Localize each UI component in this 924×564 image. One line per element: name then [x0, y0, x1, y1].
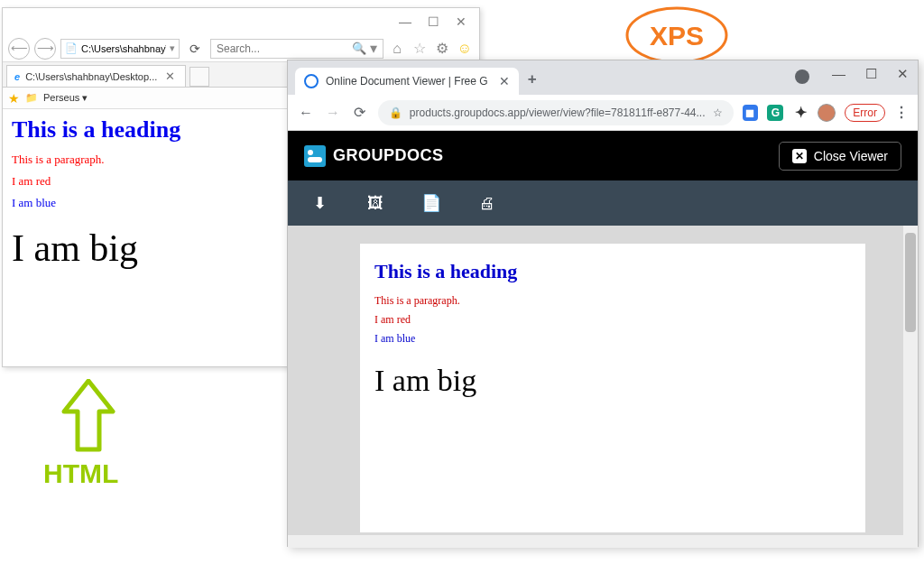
ie-tab-title: C:\Users\shahbnay\Desktop... [25, 71, 157, 82]
horizontal-scrollbar[interactable] [288, 535, 903, 548]
download-icon[interactable]: ⬇ [310, 193, 329, 213]
chrome-reload-button[interactable]: ⟳ [351, 104, 369, 121]
ie-forward-button[interactable]: ⟶ [34, 38, 56, 60]
groupdocs-toolbar: ⬇ 🖼 📄 🖨 [288, 180, 918, 226]
print-icon[interactable]: 🖨 [477, 194, 497, 213]
groupdocs-header: GROUPDOCS ✕ Close Viewer [288, 131, 918, 180]
ie-tab-close-icon[interactable]: ✕ [162, 69, 178, 83]
chrome-sync-error-badge[interactable]: Error [845, 104, 885, 122]
ie-address-dropdown-icon[interactable]: ▾ [170, 42, 175, 54]
rendered-red-text: I am red [374, 313, 851, 327]
chrome-profile-avatar[interactable] [818, 104, 836, 122]
ie-favorite-item[interactable]: Perseus ▾ [43, 92, 88, 104]
chrome-window-controls: — ☐ ✕ [832, 66, 909, 82]
chrome-menu-icon[interactable]: ⋮ [894, 104, 909, 121]
ie-gear-icon[interactable]: ⚙ [433, 40, 451, 57]
chrome-url-text: products.groupdocs.app/viewer/view?file=… [410, 106, 706, 119]
chrome-omnibox[interactable]: 🔒 products.groupdocs.app/viewer/view?fil… [378, 100, 734, 125]
ie-favbar-folder-icon[interactable]: 📁 [25, 92, 38, 104]
html-arrow-icon [59, 379, 118, 460]
html-label: HTML [43, 458, 118, 489]
chrome-close-icon[interactable]: ✕ [897, 66, 909, 82]
lock-icon: 🔒 [389, 106, 402, 119]
vertical-scroll-thumb[interactable] [905, 233, 916, 332]
chrome-tab-strip: Online Document Viewer | Free G ✕ + — ☐ … [288, 60, 918, 95]
ie-search-dropdown-icon[interactable]: ▾ [366, 40, 377, 57]
chrome-tab-close-icon[interactable]: ✕ [495, 74, 510, 88]
ie-search-input[interactable] [217, 42, 352, 55]
ie-favorites-icon[interactable]: ☆ [411, 40, 429, 57]
chrome-window: Online Document Viewer | Free G ✕ + — ☐ … [287, 60, 919, 547]
ie-nav-toolbar: ⟵ ⟶ 📄 ▾ ⟳ 🔍 ▾ ⌂ ☆ ⚙ ☺ [3, 35, 479, 62]
ie-tab[interactable]: e C:\Users\shahbnay\Desktop... ✕ [6, 65, 186, 87]
groupdocs-brand-text: GROUPDOCS [333, 146, 444, 165]
ie-favbar-star-icon[interactable]: ★ [8, 91, 20, 106]
groupdocs-logo-icon [304, 145, 326, 167]
bookmark-star-icon[interactable]: ☆ [713, 106, 723, 119]
ie-minimize-icon[interactable]: — [399, 14, 411, 29]
chrome-shield-icon[interactable] [795, 69, 809, 84]
chrome-tab-title: Online Document Viewer | Free G [326, 75, 488, 88]
ie-refresh-button[interactable]: ⟳ [184, 39, 206, 59]
chrome-back-button[interactable]: ← [297, 105, 315, 121]
rendered-big-text: I am big [374, 364, 851, 398]
ie-new-tab-button[interactable] [189, 67, 209, 87]
groupdocs-logo[interactable]: GROUPDOCS [304, 145, 444, 167]
ie-system-buttons: — ☐ ✕ [3, 8, 479, 35]
error-label: Error [853, 106, 877, 119]
extension-icon-1[interactable]: ◼ [743, 105, 759, 121]
rendered-page: This is a heading This is a paragraph. I… [360, 244, 865, 532]
rendered-heading: This is a heading [374, 260, 851, 283]
chrome-tab-fav-icon [304, 74, 319, 88]
ie-back-button[interactable]: ⟵ [8, 38, 30, 60]
rendered-paragraph: This is a paragraph. [374, 294, 851, 308]
ie-search-box[interactable]: 🔍 ▾ [210, 39, 383, 59]
file-pdf-icon[interactable]: 📄 [421, 193, 441, 213]
close-viewer-label: Close Viewer [814, 149, 888, 163]
chrome-address-bar: ← → ⟳ 🔒 products.groupdocs.app/viewer/vi… [288, 95, 918, 131]
extension-icon-2[interactable]: G [767, 105, 783, 121]
ie-page-icon: 📄 [65, 42, 78, 55]
ie-maximize-icon[interactable]: ☐ [428, 14, 439, 29]
vertical-scrollbar[interactable] [903, 226, 918, 548]
rendered-blue-text: I am blue [374, 332, 851, 346]
chrome-forward-button[interactable]: → [324, 105, 342, 121]
chrome-new-tab-button[interactable]: + [528, 70, 537, 88]
close-viewer-button[interactable]: ✕ Close Viewer [779, 142, 901, 171]
extensions-puzzle-icon[interactable]: ✦ [792, 105, 808, 121]
ie-home-icon[interactable]: ⌂ [388, 41, 406, 57]
chrome-tab[interactable]: Online Document Viewer | Free G ✕ [295, 68, 519, 95]
ie-address-bar[interactable]: 📄 ▾ [60, 39, 180, 59]
close-viewer-x-icon: ✕ [792, 149, 807, 163]
ie-search-icon[interactable]: 🔍 [352, 42, 366, 55]
xps-label: XPS [650, 21, 704, 51]
ie-page-fav-icon: e [14, 71, 20, 82]
file-image-icon[interactable]: 🖼 [365, 194, 385, 213]
ie-emoji-icon[interactable]: ☺ [456, 41, 474, 57]
chrome-maximize-icon[interactable]: ☐ [865, 66, 877, 82]
chrome-minimize-icon[interactable]: — [832, 66, 845, 82]
ie-address-input[interactable] [81, 43, 166, 54]
ie-close-icon[interactable]: ✕ [456, 14, 467, 29]
groupdocs-canvas: This is a heading This is a paragraph. I… [288, 226, 918, 548]
